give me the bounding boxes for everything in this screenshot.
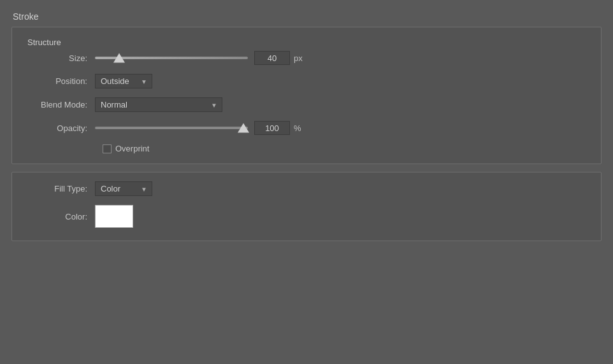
position-label: Position: bbox=[25, 76, 95, 86]
blend-mode-dropdown[interactable]: Normal Multiply Screen Overlay Darken Li… bbox=[95, 97, 222, 112]
fill-type-dropdown-wrapper: Color Gradient Pattern ▼ bbox=[95, 181, 152, 196]
color-swatch[interactable] bbox=[95, 205, 133, 228]
blend-mode-dropdown-wrapper: Normal Multiply Screen Overlay Darken Li… bbox=[95, 97, 222, 112]
color-row: Color: bbox=[25, 205, 588, 228]
position-dropdown-wrapper: Inside Center Outside ▼ bbox=[95, 74, 152, 88]
size-slider-container: px bbox=[95, 51, 588, 65]
fill-type-row: Fill Type: Color Gradient Pattern ▼ bbox=[25, 181, 588, 196]
opacity-unit: % bbox=[294, 123, 306, 133]
opacity-slider-track[interactable] bbox=[95, 127, 248, 129]
overprint-row: Overprint bbox=[25, 144, 588, 153]
overprint-label: Overprint bbox=[115, 144, 149, 153]
size-slider-thumb[interactable] bbox=[113, 53, 125, 63]
fill-section: Fill Type: Color Gradient Pattern ▼ Colo… bbox=[11, 172, 602, 241]
stroke-panel: Stroke Structure Size: px Position: Insi… bbox=[6, 6, 607, 246]
size-unit: px bbox=[294, 53, 306, 63]
structure-section: Structure Size: px Position: Inside Cent… bbox=[11, 27, 602, 164]
opacity-input[interactable] bbox=[254, 121, 290, 135]
color-label: Color: bbox=[25, 212, 95, 221]
size-input[interactable] bbox=[254, 51, 290, 65]
opacity-slider-container: % bbox=[95, 121, 588, 135]
size-label: Size: bbox=[25, 53, 95, 63]
opacity-slider-thumb[interactable] bbox=[238, 123, 249, 133]
blend-mode-label: Blend Mode: bbox=[25, 100, 95, 109]
blend-mode-row: Blend Mode: Normal Multiply Screen Overl… bbox=[25, 97, 588, 112]
overprint-checkbox[interactable] bbox=[103, 144, 112, 153]
position-dropdown[interactable]: Inside Center Outside bbox=[95, 74, 152, 88]
position-row: Position: Inside Center Outside ▼ bbox=[25, 74, 588, 88]
fill-type-dropdown[interactable]: Color Gradient Pattern bbox=[95, 181, 152, 196]
opacity-label: Opacity: bbox=[25, 123, 95, 133]
fill-type-label: Fill Type: bbox=[25, 184, 95, 193]
stroke-title: Stroke bbox=[11, 11, 602, 22]
size-row: Size: px bbox=[25, 51, 588, 65]
size-slider-track[interactable] bbox=[95, 57, 248, 59]
opacity-row: Opacity: % bbox=[25, 121, 588, 135]
structure-label: Structure bbox=[25, 38, 588, 47]
